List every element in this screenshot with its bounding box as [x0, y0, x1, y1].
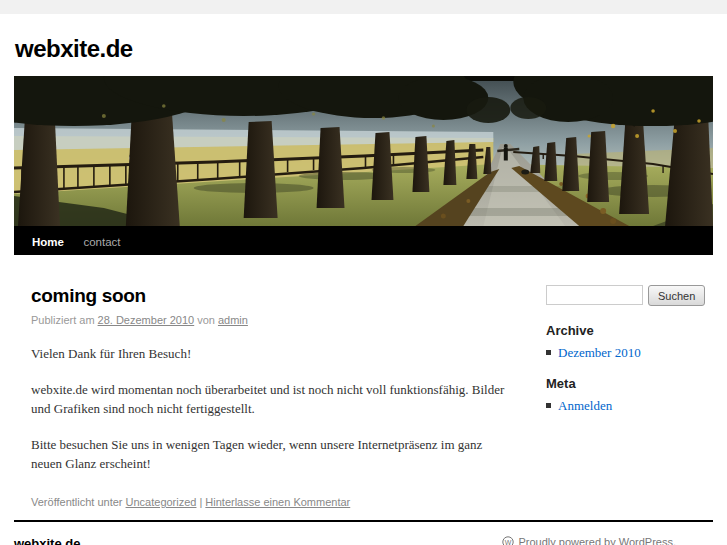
list-item: Dezember 2010: [546, 345, 713, 361]
search-button[interactable]: Suchen: [648, 285, 705, 306]
paragraph: webxite.de wird momentan noch überarbeit…: [31, 380, 505, 418]
post-date-link[interactable]: 28. Dezember 2010: [98, 314, 195, 326]
meta-prefix: Publiziert am: [31, 314, 95, 326]
header-image: [14, 76, 713, 226]
meta-connector: von: [197, 314, 215, 326]
avenue-photo: [14, 76, 713, 226]
widget-title-archive: Archive: [546, 323, 713, 338]
archive-link[interactable]: Dezember 2010: [558, 345, 641, 360]
meta-list: Anmelden: [546, 398, 713, 414]
archive-list: Dezember 2010: [546, 345, 713, 361]
nav-item-home[interactable]: Home: [32, 228, 64, 257]
wordpress-credit-link[interactable]: W Proudly powered by WordPress.: [502, 536, 676, 545]
entry-footer-meta: Veröffentlicht unterUncategorized|Hinter…: [31, 496, 505, 508]
wordpress-icon: W: [502, 536, 514, 545]
page: webxite.de: [0, 14, 727, 545]
site-footer: webxite.de W Proudly powered by WordPres…: [0, 520, 727, 545]
login-link[interactable]: Anmelden: [558, 398, 612, 413]
main-nav: Home contact: [14, 226, 713, 255]
leave-comment-link[interactable]: Hinterlasse einen Kommentar: [205, 496, 350, 508]
category-link[interactable]: Uncategorized: [126, 496, 197, 508]
widget-title-meta: Meta: [546, 376, 713, 391]
search-input[interactable]: [546, 285, 643, 305]
post-body: Vielen Dank für Ihren Besuch! webxite.de…: [31, 344, 505, 473]
category-prefix: Veröffentlicht unter: [31, 496, 123, 508]
site-title[interactable]: webxite.de: [0, 14, 727, 61]
credit-text: Proudly powered by WordPress.: [518, 536, 676, 545]
post-meta: Publiziert am28. Dezember 2010vonadmin: [31, 314, 505, 326]
content-area: coming soon Publiziert am28. Dezember 20…: [0, 255, 727, 508]
post-title[interactable]: coming soon: [31, 285, 505, 307]
paragraph: Vielen Dank für Ihren Besuch!: [31, 344, 505, 363]
sidebar: Suchen Archive Dezember 2010 Meta Anmeld…: [546, 285, 713, 508]
post: coming soon Publiziert am28. Dezember 20…: [14, 285, 505, 508]
paragraph: Bitte besuchen Sie uns in wenigen Tagen …: [31, 435, 505, 473]
footer-site-title[interactable]: webxite.de: [14, 536, 80, 545]
svg-text:W: W: [505, 539, 512, 545]
post-author-link[interactable]: admin: [218, 314, 248, 326]
list-item: Anmelden: [546, 398, 713, 414]
search-widget: Suchen: [546, 285, 713, 306]
meta-separator: |: [199, 496, 202, 508]
nav-item-contact[interactable]: contact: [83, 228, 120, 257]
